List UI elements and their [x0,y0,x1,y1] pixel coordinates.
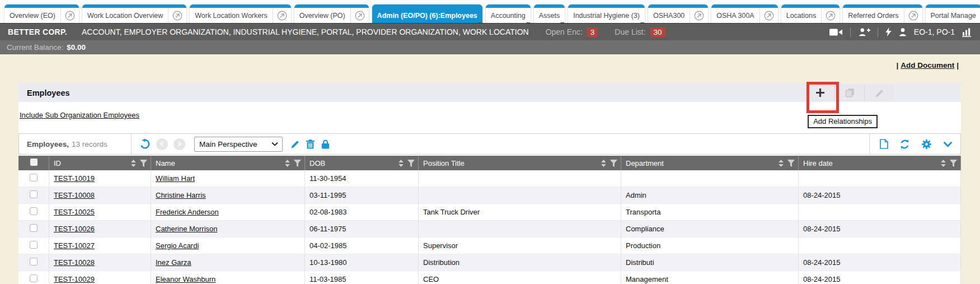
copy-button[interactable] [834,85,864,101]
filter-icon[interactable] [787,160,795,167]
filter-icon[interactable] [294,160,301,167]
new-document-icon[interactable] [880,139,888,149]
employee-name-link[interactable]: Christine Harris [156,191,206,199]
undo-icon[interactable] [139,138,151,150]
sort-icon[interactable] [601,160,606,167]
tab-label: Admin (EO/PO) (6):Employees [372,12,482,20]
employee-id-link[interactable]: TEST-10008 [54,191,95,199]
tab[interactable]: Overview (EO) [4,4,79,23]
open-in-new-tab-icon[interactable] [759,8,778,23]
tab[interactable]: Assets [534,4,565,23]
edit-button[interactable] [864,85,894,101]
row-checkbox[interactable] [30,258,37,266]
refresh-icon[interactable] [899,139,910,150]
include-sub-org-link[interactable]: Include Sub Organization Employees [20,111,139,119]
due-list-label: Due List: [615,27,645,36]
table-body: TEST-10019 William Hart 11-30-1954 TEST-… [18,170,961,284]
delete-perspective-icon[interactable] [306,139,315,149]
tab[interactable]: Portal Manage [926,4,980,23]
open-in-new-tab-icon[interactable] [60,8,79,23]
table-row[interactable]: TEST-10019 William Hart 11-30-1954 [18,170,961,187]
edit-perspective-icon[interactable] [290,139,299,148]
select-all-header[interactable] [18,156,49,170]
sort-icon[interactable] [941,160,946,167]
employee-name-link[interactable]: William Hart [156,174,195,183]
department-cell [621,170,799,187]
row-checkbox[interactable] [30,174,37,181]
tab[interactable]: Admin (EO/PO) (6):Employees [372,4,482,23]
open-in-new-tab-icon[interactable] [690,8,708,23]
table-row[interactable]: TEST-10028 Inez Garza 10-13-1980 Distrib… [18,254,961,271]
table-row[interactable]: TEST-10025 Frederick Anderson 02-08-1983… [18,204,961,221]
employee-name-link[interactable]: Inez Garza [156,258,191,267]
tab[interactable]: Overview (PO) [294,4,369,23]
lock-icon[interactable] [321,139,330,149]
tab[interactable]: OSHA 300A [711,4,777,23]
employee-id-link[interactable]: TEST-10025 [54,208,95,216]
filter-icon[interactable] [610,160,617,167]
dob-cell: 04-02-1985 [305,238,419,254]
tab[interactable]: Work Location Workers [190,4,290,23]
row-checkbox[interactable] [30,190,37,198]
employee-name-link[interactable]: Eleanor Washburn [156,275,215,283]
select-all-checkbox[interactable] [30,159,37,166]
column-header[interactable]: Hire date [799,156,961,170]
tab[interactable]: OSHA300 [648,4,708,23]
table-row[interactable]: TEST-10008 Christine Harris 03-11-1995 A… [18,187,961,204]
collapse-chevron-icon[interactable] [943,141,953,147]
open-in-new-tab-icon[interactable] [168,8,186,23]
tab[interactable]: Work Location Overview [82,4,186,23]
gear-icon[interactable] [921,139,932,150]
perspective-select[interactable]: Main Perspective [194,137,283,152]
column-header[interactable]: DOB [305,156,419,170]
employee-id-link[interactable]: TEST-10027 [54,241,95,250]
employee-name-link[interactable]: Frederick Anderson [156,208,219,216]
employee-id-link[interactable]: TEST-10028 [54,258,95,267]
lightning-icon[interactable] [885,27,892,36]
row-checkbox[interactable] [30,241,37,249]
column-header[interactable]: Position Title [419,156,621,170]
row-checkbox[interactable] [30,207,37,215]
employee-id-link[interactable]: TEST-10029 [54,275,95,283]
add-document-link[interactable]: Add Document [901,61,954,69]
video-camera-icon[interactable] [829,28,843,36]
sort-icon[interactable] [285,160,290,167]
filter-icon[interactable] [140,160,147,167]
sort-icon[interactable] [398,160,404,167]
bar-chart-icon[interactable] [962,27,972,37]
nav-back-button[interactable] [156,138,168,150]
person-icon[interactable] [899,28,907,36]
filter-icon[interactable] [950,160,957,167]
employee-id-link[interactable]: TEST-10019 [54,174,95,183]
column-header[interactable]: Name [151,156,305,170]
column-header[interactable]: ID [49,156,151,170]
tab[interactable]: Locations [781,4,840,23]
person-add-icon[interactable] [858,27,870,36]
tab[interactable]: Industrial Hygiene (3) [568,4,645,23]
table-row[interactable]: TEST-10027 Sergio Acardi 04-02-1985 Supe… [18,238,961,254]
open-enc-badge[interactable]: 3 [587,27,598,37]
open-in-new-tab-icon[interactable] [904,8,922,23]
tab[interactable]: Referred Orders [843,4,922,23]
employee-name-link[interactable]: Catherine Morrison [156,225,218,233]
row-checkbox[interactable] [30,224,37,232]
table-row[interactable]: TEST-10029 Eleanor Washburn 11-03-1985 C… [18,271,961,284]
column-header[interactable]: Department [621,156,799,170]
employee-name-link[interactable]: Sergio Acardi [156,241,199,250]
table-row[interactable]: TEST-10026 Catherine Morrison 06-11-1975… [18,221,961,238]
tooltip: Add Relationships [808,115,878,128]
filter-icon[interactable] [407,160,415,167]
open-in-new-tab-icon[interactable] [350,8,369,23]
employee-id-link[interactable]: TEST-10026 [54,225,95,233]
panel-header: Employees [18,83,961,102]
due-list-badge[interactable]: 30 [650,27,665,37]
row-checkbox[interactable] [30,274,37,282]
sort-icon[interactable] [131,160,136,167]
nav-forward-button[interactable] [174,138,185,150]
tab-label: Overview (PO) [294,12,350,20]
tab[interactable]: Accounting [486,4,531,23]
sort-icon[interactable] [779,160,784,167]
open-in-new-tab-icon[interactable] [273,8,291,23]
add-button[interactable] [805,85,834,101]
open-in-new-tab-icon[interactable] [821,8,840,23]
